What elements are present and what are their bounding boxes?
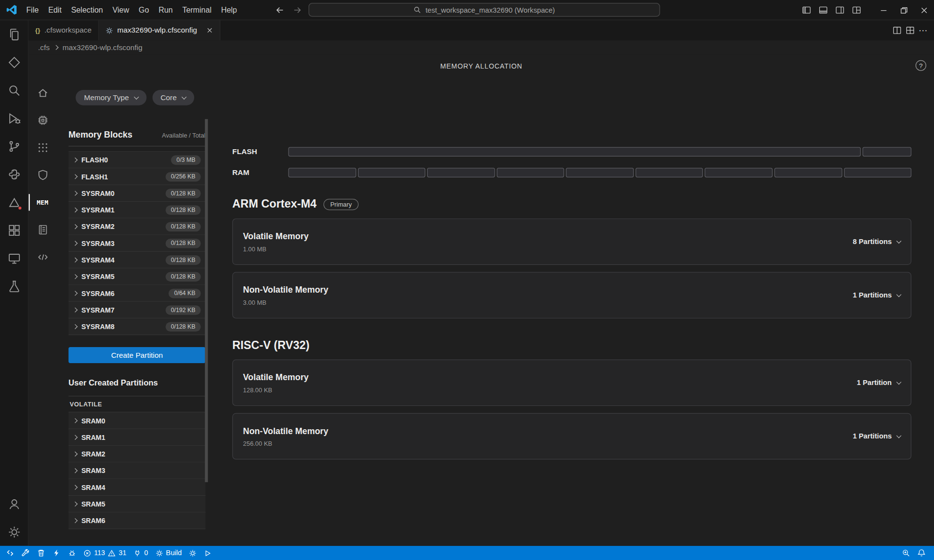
- partitions-dropdown[interactable]: 1 Partitions: [853, 291, 900, 299]
- allocation-overview: FLASH RAM ARM Cortex-M4 Primary Volatile…: [233, 147, 912, 467]
- book-icon[interactable]: [29, 216, 57, 243]
- monitor-icon[interactable]: [0, 244, 28, 272]
- memory-block-list: FLASH00/3 MB FLASH10/256 KB SYSRAM00/128…: [69, 151, 206, 335]
- search-icon[interactable]: [0, 76, 28, 105]
- partitions-dropdown[interactable]: 8 Partitions: [853, 238, 900, 246]
- list-item[interactable]: SRAM5: [69, 496, 206, 512]
- vscode-logo-icon: [5, 4, 17, 16]
- editor-layout-icon[interactable]: [905, 26, 915, 35]
- memory-bar-segment: [705, 168, 772, 177]
- table-row[interactable]: SYSRAM40/128 KB: [69, 252, 206, 268]
- minimize-button[interactable]: [873, 0, 894, 20]
- chevron-right-icon: [72, 435, 77, 440]
- list-item[interactable]: SRAM3: [69, 462, 206, 479]
- table-row[interactable]: FLASH10/256 KB: [69, 169, 206, 185]
- breadcrumb: .cfs max32690-wlp.cfsconfig: [29, 40, 934, 54]
- list-item[interactable]: SRAM1: [69, 429, 206, 446]
- tab-cfsworkspace[interactable]: {} .cfsworkspace: [29, 20, 99, 41]
- nav-memory-allocation[interactable]: MEM: [29, 189, 57, 216]
- flash-bar: [288, 147, 912, 157]
- table-row[interactable]: FLASH00/3 MB: [69, 152, 206, 168]
- run-task-button[interactable]: [200, 546, 216, 560]
- breadcrumb-folder[interactable]: .cfs: [38, 43, 50, 52]
- home-icon[interactable]: [29, 79, 57, 106]
- account-icon[interactable]: [0, 490, 28, 518]
- build-label: Build: [166, 549, 182, 557]
- code-icon[interactable]: [29, 244, 57, 271]
- tab-cfsconfig[interactable]: max32690-wlp.cfsconfig: [99, 20, 220, 41]
- table-row[interactable]: SYSRAM20/128 KB: [69, 218, 206, 235]
- close-tab-icon[interactable]: [206, 27, 214, 34]
- ports-indicator[interactable]: 0: [130, 546, 152, 560]
- table-row[interactable]: SYSRAM10/128 KB: [69, 202, 206, 218]
- menu-edit[interactable]: Edit: [43, 3, 66, 17]
- restore-button[interactable]: [894, 0, 914, 20]
- table-row[interactable]: SYSRAM00/128 KB: [69, 185, 206, 202]
- table-row[interactable]: SYSRAM60/64 KB: [69, 285, 206, 302]
- diamond-icon[interactable]: [0, 48, 28, 76]
- trash-icon[interactable]: [34, 546, 49, 560]
- customize-layout-icon[interactable]: [848, 0, 865, 20]
- menu-file[interactable]: File: [21, 3, 43, 17]
- breadcrumb-file[interactable]: max32690-wlp.cfsconfig: [63, 43, 143, 52]
- notifications-bell-icon[interactable]: [914, 546, 929, 560]
- list-item[interactable]: SRAM6: [69, 512, 206, 529]
- python-icon[interactable]: [0, 160, 28, 188]
- run-debug-icon[interactable]: [0, 104, 28, 132]
- memory-bar-segment: [774, 168, 842, 177]
- toggle-primary-sidebar-icon[interactable]: [798, 0, 815, 20]
- chevron-down-icon: [897, 433, 901, 438]
- more-actions-icon[interactable]: ⋯: [918, 27, 928, 33]
- split-editor-icon[interactable]: [892, 26, 902, 35]
- scrollbar[interactable]: [205, 119, 208, 482]
- source-control-icon[interactable]: [0, 132, 28, 160]
- chevron-down-icon: [181, 94, 186, 99]
- card-size: 128.00 KB: [243, 386, 309, 393]
- memory-card: Non-Volatile Memory 256.00 KB 1 Partitio…: [233, 413, 912, 460]
- memory-type-filter[interactable]: Memory Type: [76, 90, 146, 105]
- create-partition-button[interactable]: Create Partition: [69, 347, 206, 363]
- table-row[interactable]: SYSRAM30/128 KB: [69, 235, 206, 252]
- extensions-icon[interactable]: [0, 216, 28, 244]
- toggle-secondary-sidebar-icon[interactable]: [831, 0, 848, 20]
- menu-help[interactable]: Help: [216, 3, 242, 17]
- list-item[interactable]: SRAM4: [69, 479, 206, 496]
- help-icon[interactable]: ?: [916, 60, 926, 71]
- list-item[interactable]: SRAM0: [69, 413, 206, 429]
- cfs-extension-icon[interactable]: [0, 188, 28, 216]
- back-icon[interactable]: [275, 5, 285, 15]
- table-row[interactable]: SYSRAM80/128 KB: [69, 318, 206, 335]
- problems-indicator[interactable]: 113 31: [80, 546, 130, 560]
- remote-indicator[interactable]: [2, 546, 18, 560]
- bug-icon[interactable]: [64, 546, 80, 560]
- files-icon[interactable]: [0, 20, 28, 49]
- forward-icon[interactable]: [292, 5, 302, 15]
- settings-gear-icon[interactable]: [0, 518, 28, 546]
- close-window-button[interactable]: [914, 0, 934, 20]
- toggle-panel-icon[interactable]: [815, 0, 831, 20]
- flash-program-icon[interactable]: [49, 546, 64, 560]
- partitions-dropdown[interactable]: 1 Partitions: [853, 432, 900, 440]
- menu-selection[interactable]: Selection: [66, 3, 108, 17]
- table-row[interactable]: SYSRAM50/128 KB: [69, 268, 206, 285]
- core-filter[interactable]: Core: [152, 90, 194, 105]
- build-task-button[interactable]: Build: [152, 546, 185, 560]
- menu-run[interactable]: Run: [154, 3, 178, 17]
- memory-chip-icon[interactable]: [29, 106, 57, 134]
- table-row[interactable]: SYSRAM70/192 KB: [69, 302, 206, 318]
- tools-wrench-icon[interactable]: [18, 546, 34, 560]
- menu-bar: File Edit Selection View Go Run Terminal…: [21, 3, 242, 17]
- memory-bar-segment: [358, 168, 425, 177]
- zoom-icon[interactable]: [898, 546, 914, 560]
- command-center-search[interactable]: test_workspace_max32690 (Workspace): [308, 3, 660, 17]
- partitions-dropdown[interactable]: 1 Partition: [857, 379, 900, 387]
- beaker-icon[interactable]: [0, 272, 28, 300]
- partitions-count: 1 Partitions: [853, 291, 892, 299]
- config-gear-button[interactable]: [185, 546, 200, 560]
- menu-view[interactable]: View: [108, 3, 134, 17]
- menu-terminal[interactable]: Terminal: [178, 3, 216, 17]
- dots-grid-icon[interactable]: [29, 134, 57, 161]
- shield-icon[interactable]: [29, 161, 57, 189]
- menu-go[interactable]: Go: [134, 3, 154, 17]
- list-item[interactable]: SRAM2: [69, 446, 206, 462]
